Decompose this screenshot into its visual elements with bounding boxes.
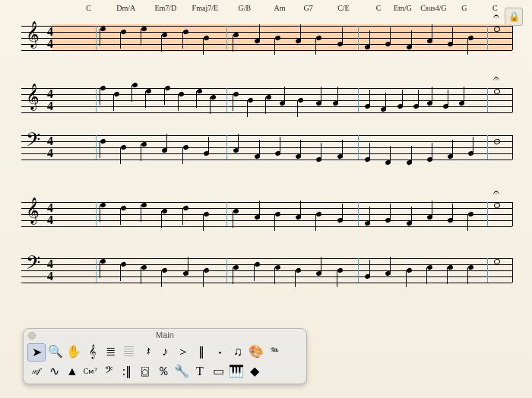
zoom-tool[interactable]: 🔍 (47, 343, 64, 360)
repeat-tool[interactable]: :‖ (119, 363, 135, 380)
barline[interactable] (226, 88, 227, 112)
page-tool[interactable]: ▭ (210, 363, 226, 380)
note[interactable] (233, 91, 240, 97)
note[interactable] (233, 264, 240, 270)
palette-tool[interactable]: 🎨 (248, 343, 264, 360)
bass-clef-icon[interactable]: 𝄢 (26, 131, 40, 153)
timesig-bot[interactable]: 4 (47, 270, 53, 283)
staff[interactable]: 𝄞44𝄐 (21, 88, 512, 112)
note[interactable] (254, 261, 261, 267)
barline[interactable] (226, 26, 227, 50)
barline[interactable] (358, 26, 359, 50)
barline[interactable] (96, 202, 97, 226)
barline[interactable] (226, 258, 227, 283)
note[interactable] (100, 85, 106, 91)
note[interactable] (120, 144, 127, 150)
barline[interactable] (358, 258, 359, 283)
note[interactable] (316, 211, 323, 217)
staff[interactable]: 𝄞44𝄐 (21, 26, 512, 50)
note[interactable] (141, 264, 147, 270)
timesig-bot[interactable]: 4 (47, 100, 53, 112)
note[interactable] (100, 138, 106, 144)
barline[interactable] (512, 202, 513, 226)
note[interactable] (426, 264, 433, 270)
dynamics-tool[interactable]: 𝆐𝆑 (27, 363, 44, 380)
treble-clef-icon[interactable]: 𝄞 (26, 23, 40, 46)
treble-clef-icon[interactable]: 𝄞 (26, 85, 40, 108)
note[interactable] (274, 264, 281, 270)
note[interactable] (295, 267, 302, 273)
note[interactable] (178, 91, 185, 97)
barline[interactable] (487, 88, 488, 112)
barline[interactable] (358, 135, 359, 160)
note[interactable] (265, 94, 272, 100)
tie-tool[interactable]: 𝆮 (266, 343, 283, 360)
note[interactable] (233, 208, 240, 214)
pointer-tool[interactable]: ➤ (27, 343, 46, 362)
note[interactable] (210, 94, 217, 100)
barline[interactable] (512, 135, 513, 160)
barline[interactable] (358, 88, 359, 112)
treble-clef-icon[interactable]: 𝄞 (26, 199, 40, 222)
grip-tool[interactable]: ◆ (246, 363, 263, 380)
fermata-icon[interactable]: 𝄐 (491, 11, 502, 23)
note[interactable] (182, 205, 189, 211)
note[interactable] (468, 264, 475, 270)
note[interactable] (100, 202, 106, 208)
note[interactable] (493, 138, 501, 145)
note[interactable] (113, 91, 120, 97)
staff[interactable]: 𝄞44𝄐 (21, 202, 512, 226)
barline[interactable] (226, 202, 227, 226)
timesig-bot[interactable]: 4 (47, 214, 53, 226)
voice-tool[interactable]: 𝄚 (120, 343, 137, 360)
ornament-tool[interactable]: ∿ (46, 363, 62, 380)
barline[interactable] (512, 258, 513, 283)
note[interactable] (182, 144, 189, 150)
barline[interactable] (358, 202, 359, 226)
timesig-top[interactable]: 4 (47, 135, 53, 147)
timesig-top[interactable]: 4 (47, 202, 53, 214)
wrench-tool[interactable]: 🔧 (173, 363, 190, 380)
barline[interactable] (96, 258, 97, 283)
note[interactable] (337, 267, 344, 273)
piano-tool[interactable]: 🎹 (228, 363, 245, 380)
barline[interactable] (487, 202, 488, 226)
note-tool[interactable]: ♪ (157, 343, 173, 360)
lyrics-tool[interactable]: ♫ (230, 343, 246, 360)
timesig-top[interactable]: 4 (47, 26, 53, 38)
barline[interactable] (226, 135, 227, 160)
note[interactable] (162, 267, 169, 273)
note[interactable] (274, 211, 281, 217)
text-tool[interactable]: T (192, 363, 208, 380)
note[interactable] (247, 97, 254, 103)
barline[interactable] (96, 26, 97, 50)
note[interactable] (406, 267, 413, 273)
note[interactable] (447, 264, 454, 270)
staff-tool[interactable]: ≣ (102, 343, 119, 360)
barline[interactable] (487, 26, 488, 50)
main-toolbar[interactable]: Main ➤🔍✋𝄞≣𝄚𝄽♪＞‖𝆺♫🎨𝆮𝆐𝆑∿▲Cᴍ⁷𝄢:‖⌼％🔧T▭🎹◆ (23, 328, 307, 384)
articulation-tool[interactable]: ▲ (64, 363, 81, 380)
note[interactable] (203, 267, 210, 273)
note[interactable] (145, 88, 152, 94)
hand-tool[interactable]: ✋ (65, 343, 82, 360)
percent-tool[interactable]: ％ (155, 363, 172, 380)
bass-clef-tool[interactable]: 𝄢 (100, 363, 117, 380)
staff[interactable]: 𝄢44 (21, 135, 512, 160)
barline[interactable] (487, 135, 488, 160)
note[interactable] (196, 88, 203, 94)
note[interactable] (120, 261, 127, 267)
note[interactable] (100, 258, 106, 264)
note[interactable] (141, 202, 147, 208)
timesig-top[interactable]: 4 (47, 258, 53, 270)
note[interactable] (162, 208, 169, 214)
layout-tool[interactable]: ⌼ (137, 363, 154, 380)
note[interactable] (120, 205, 127, 211)
barline-tool[interactable]: ‖ (193, 343, 210, 360)
barline[interactable] (487, 258, 488, 283)
fermata-icon[interactable]: 𝄐 (491, 73, 502, 85)
timesig-bot[interactable]: 4 (47, 38, 53, 50)
timesig-bot[interactable]: 4 (47, 147, 53, 160)
rest-tool[interactable]: 𝄽 (138, 343, 155, 360)
barline[interactable] (512, 26, 513, 50)
